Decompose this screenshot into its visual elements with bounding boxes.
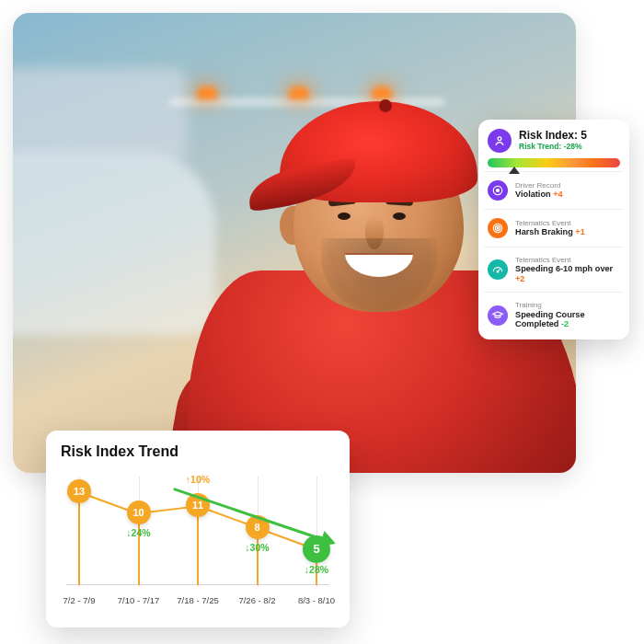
gauge-pointer-icon [509,167,520,174]
chart-point: 10 [127,500,151,524]
risk-index-card[interactable]: Risk Index: 5 Risk Trend: -28% Driver Re… [478,120,629,339]
risk-item[interactable]: TrainingSpeeding Course Completed -2 [488,296,620,333]
risk-item-label: Speeding 6-10 mph over +2 [515,264,620,283]
risk-item-delta: +1 [575,227,584,236]
chart-delta-label: 28% [305,564,328,575]
risk-item-icon [488,259,508,280]
chart-x-label: 7/26 - 8/2 [238,595,275,605]
risk-item-delta: +4 [553,190,562,199]
risk-item-icon [488,180,508,201]
risk-item-delta: +2 [515,274,524,283]
risk-trend-subtitle: Risk Trend: -28% [519,142,587,151]
svg-point-6 [497,271,499,273]
chart-delta-label: 10% [186,474,210,485]
risk-trend-card[interactable]: Risk Index Trend 7/2 - 7/97/10 - 7/177/1… [46,431,350,627]
chart-point: 5 [303,535,330,563]
risk-index-title: Risk Index: 5 [519,129,587,142]
risk-item[interactable]: Telematics EventHarsh Braking +1 [488,213,620,243]
risk-item-delta: -2 [561,319,569,328]
risk-index-icon [488,129,512,153]
chart-delta-label: 24% [126,527,150,538]
risk-item-icon [488,305,508,326]
risk-item-category: Telematics Event [515,219,585,227]
chart-point: 8 [246,515,270,539]
chart-point: 13 [67,479,91,503]
risk-item-category: Training [515,301,620,309]
svg-point-0 [498,137,501,141]
risk-item-label: Violation +4 [515,190,563,200]
chart-point: 11 [186,493,210,517]
risk-item-category: Telematics Event [515,256,620,264]
risk-item-icon [488,218,508,238]
risk-index-header: Risk Index: 5 Risk Trend: -28% [488,129,620,153]
chart-x-label: 7/2 - 7/9 [63,595,96,605]
trend-title: Risk Index Trend [61,443,335,460]
svg-point-2 [496,189,499,191]
chart-x-label: 7/10 - 7/17 [118,595,159,605]
svg-point-5 [497,227,499,229]
risk-trend-chart: 7/2 - 7/97/10 - 7/177/18 - 7/257/26 - 8/… [61,464,335,611]
chart-x-label: 8/3 - 8/10 [298,595,335,605]
risk-item-label: Speeding Course Completed -2 [515,310,620,329]
risk-item[interactable]: Driver RecordViolation +4 [488,176,620,205]
risk-item[interactable]: Telematics EventSpeeding 6-10 mph over +… [488,251,620,288]
risk-item-category: Driver Record [515,181,563,190]
chart-x-label: 7/18 - 7/25 [177,595,218,605]
chart-delta-label: 30% [245,542,269,553]
risk-item-label: Harsh Braking +1 [515,227,585,237]
risk-gauge [488,158,620,167]
